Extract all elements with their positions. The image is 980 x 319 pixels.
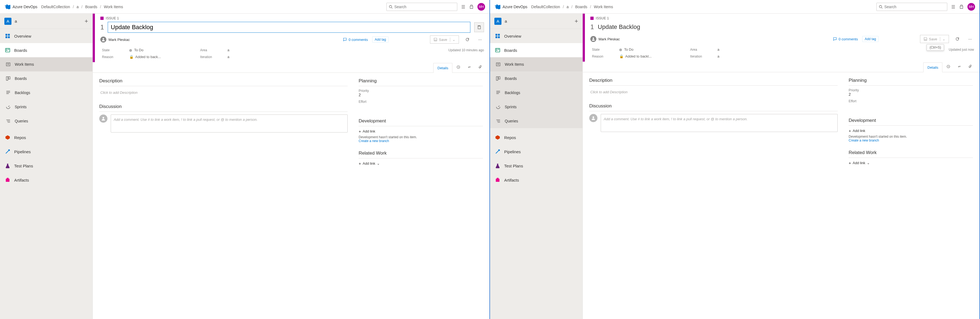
sidebar-item-artifacts[interactable]: Artifacts — [0, 173, 92, 187]
add-icon[interactable]: + — [574, 18, 578, 25]
add-icon[interactable]: + — [84, 18, 88, 25]
crumb-3[interactable]: Work Items — [104, 5, 123, 9]
sidebar: A a + Overview Boards Work Items Boards — [0, 14, 93, 319]
brand-logo[interactable]: Azure DevOps — [4, 4, 37, 10]
more-icon: ⋯ — [478, 38, 482, 42]
sidebar-item-test-plans[interactable]: Test Plans — [0, 159, 92, 173]
priority-value[interactable]: 2 — [849, 92, 973, 97]
reason-value[interactable]: 🔒Added to back... — [129, 55, 200, 59]
description-field[interactable]: Click to add Description — [589, 88, 838, 96]
sidebar-item-pipelines[interactable]: Pipelines — [490, 144, 582, 159]
comments-link[interactable]: 0 comments — [343, 38, 368, 42]
more-button[interactable]: ⋯ — [966, 35, 974, 43]
assignee[interactable]: Mark Pleskac — [100, 37, 130, 43]
crumb-2[interactable]: Boards — [85, 5, 97, 9]
project-row[interactable]: A a + — [0, 14, 92, 29]
sidebar-item-sprints[interactable]: Sprints — [490, 100, 582, 114]
tab-links[interactable] — [955, 62, 964, 72]
sidebar-item-boards[interactable]: Boards — [490, 43, 582, 57]
state-value[interactable]: To Do — [619, 48, 690, 52]
sidebar-item-repos[interactable]: Repos — [490, 130, 582, 144]
sidebar-item-queries[interactable]: Queries — [0, 114, 92, 128]
crumb-1[interactable]: a — [76, 5, 79, 9]
sidebar-item-label: Boards — [14, 48, 27, 52]
add-dev-link[interactable]: Add link — [849, 129, 973, 133]
shopping-bag-icon[interactable] — [469, 5, 474, 9]
sidebar-item-sprints[interactable]: Sprints — [0, 100, 92, 114]
priority-label: Priority — [849, 88, 973, 92]
tab-links[interactable] — [465, 62, 474, 73]
issue-title[interactable]: Update Backlog — [598, 22, 974, 32]
effort-value[interactable] — [359, 103, 483, 108]
list-icon[interactable] — [951, 5, 955, 9]
search-box[interactable] — [877, 3, 947, 11]
sidebar-item-work-items[interactable]: Work Items — [490, 57, 582, 71]
discussion-input[interactable]: Add a comment. Use # to link a work item… — [601, 114, 838, 132]
add-tag-button[interactable]: Add tag — [372, 37, 388, 43]
sidebar-item-repos[interactable]: Repos — [0, 130, 92, 144]
tab-history[interactable] — [453, 62, 463, 73]
sidebar-item-boards-sub[interactable]: Boards — [490, 71, 582, 86]
sidebar: A a + Overview Boards Work Items Boards — [490, 14, 583, 319]
svg-rect-7 — [6, 49, 7, 50]
search-input[interactable] — [884, 5, 945, 9]
sidebar-item-pipelines[interactable]: Pipelines — [0, 144, 92, 159]
tab-details[interactable]: Details — [433, 63, 452, 73]
search-box[interactable] — [387, 3, 457, 11]
user-avatar[interactable]: MH — [967, 3, 975, 11]
list-icon[interactable] — [461, 5, 465, 9]
refresh-button[interactable] — [953, 35, 961, 43]
brand-logo[interactable]: Azure DevOps — [494, 4, 527, 10]
effort-value[interactable] — [849, 103, 973, 108]
sidebar-item-boards[interactable]: Boards — [0, 43, 92, 57]
tab-details[interactable]: Details — [923, 62, 942, 72]
refresh-button[interactable] — [463, 35, 471, 44]
create-branch-link[interactable]: Create a new branch — [849, 138, 973, 142]
copy-button[interactable] — [474, 22, 484, 32]
area-value[interactable]: a — [228, 48, 266, 52]
sidebar-item-boards-sub[interactable]: Boards — [0, 71, 92, 86]
sidebar-item-artifacts[interactable]: Artifacts — [490, 173, 582, 187]
save-button[interactable]: Save ⌄ — [920, 35, 949, 43]
area-value[interactable]: a — [718, 48, 756, 52]
crumb-0[interactable]: DefaultCollection — [41, 5, 70, 9]
updated-text: Updated 10 minutes ago — [266, 48, 484, 52]
state-value[interactable]: To Do — [129, 48, 200, 52]
sidebar-item-backlogs[interactable]: Backlogs — [0, 86, 92, 100]
crumb-2[interactable]: Boards — [575, 5, 587, 9]
crumb-0[interactable]: DefaultCollection — [531, 5, 560, 9]
issue-title-input[interactable] — [108, 22, 470, 33]
save-button[interactable]: Save ⌄ — [430, 35, 459, 44]
project-row[interactable]: A a + — [490, 14, 582, 29]
shopping-bag-icon[interactable] — [959, 5, 964, 9]
crumb-1[interactable]: a — [566, 5, 569, 9]
lock-icon: 🔒 — [619, 54, 624, 58]
crumb-3[interactable]: Work Items — [594, 5, 613, 9]
sidebar-item-backlogs[interactable]: Backlogs — [490, 86, 582, 100]
sidebar-item-test-plans[interactable]: Test Plans — [490, 159, 582, 173]
sidebar-item-queries[interactable]: Queries — [490, 114, 582, 128]
add-dev-link[interactable]: Add link — [359, 129, 483, 133]
assignee[interactable]: Mark Pleskac — [590, 36, 620, 42]
more-button[interactable]: ⋯ — [476, 35, 484, 44]
user-avatar[interactable]: MH — [477, 3, 485, 11]
priority-value[interactable]: 2 — [359, 93, 483, 97]
add-related-link[interactable]: Add link ⌄ — [849, 160, 973, 165]
comments-link[interactable]: 0 comments — [833, 37, 858, 41]
tab-attachments[interactable] — [965, 62, 975, 72]
iteration-value[interactable]: a — [228, 55, 266, 59]
description-field[interactable]: Click to add Description — [99, 89, 348, 96]
add-related-link[interactable]: Add link ⌄ — [359, 161, 483, 166]
discussion-input[interactable]: Add a comment. Use # to link a work item… — [111, 114, 348, 133]
tab-history[interactable] — [943, 62, 953, 72]
dev-note: Development hasn't started on this item. — [849, 135, 973, 138]
iteration-value[interactable]: a — [718, 54, 756, 58]
tab-attachments[interactable] — [475, 62, 485, 73]
create-branch-link[interactable]: Create a new branch — [359, 139, 483, 143]
sidebar-item-overview[interactable]: Overview — [0, 29, 92, 43]
sidebar-item-work-items[interactable]: Work Items — [0, 57, 92, 71]
add-tag-button[interactable]: Add tag — [862, 36, 878, 42]
reason-value[interactable]: 🔒Added to backl... — [619, 54, 690, 58]
sidebar-item-overview[interactable]: Overview — [490, 29, 582, 43]
search-input[interactable] — [394, 5, 455, 9]
